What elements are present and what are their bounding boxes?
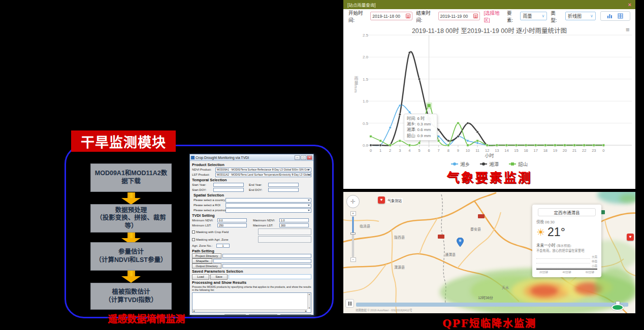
maximize-button[interactable]: □ [301,155,306,160]
road-shield [478,214,485,218]
flow-step-text: 参量估计 [118,248,144,256]
start-year-input[interactable] [213,183,244,187]
calendar-icon[interactable] [406,14,410,18]
max-lst-input[interactable]: 300 [279,223,309,227]
end-year-input[interactable] [268,183,299,187]
y-axis-label: 雨量mm [353,76,359,93]
end-doy-label: End DOY: [249,188,267,191]
end-time-value: 2019-11-19 00 [440,14,473,19]
flow-step-tvdi: 植被指数估计 （计算TVDI指数） [90,283,172,310]
select-region-link[interactable]: [选择地区] [484,9,503,23]
close-button[interactable]: × [307,155,312,160]
app-body: Product Selection NDVI Product: MOD09A1 … [190,161,313,315]
precip-tick: 20分钟 [539,270,548,274]
vertical-scrollbar[interactable]: ▲▼ [307,293,311,309]
zoom-handle[interactable] [350,233,356,235]
minimize-button[interactable]: – [295,155,300,160]
map-label: 秦安县 [470,226,481,232]
shapefile-field[interactable] [213,259,311,263]
results-list[interactable]: ▲▼ ◀▶ [192,292,311,313]
pause-button[interactable] [345,299,354,308]
chart-legend: 湘乡 湘潭 韶山 [343,160,635,168]
province-dropdown[interactable] [226,208,311,213]
zoom-track[interactable] [352,216,354,257]
save-button[interactable]: Save [210,274,228,280]
agri-zone-no-label: Agri. Zone No.: [192,244,215,247]
max-ndvi-input[interactable]: 1.0 [279,218,309,222]
lst-product-dropdown[interactable]: MOD11A2 - MODIS/Terra Land Surface Tempe… [215,173,311,177]
lst-product-label: LST Product: [192,173,214,176]
weather-location-button[interactable]: 定西市通渭县 [538,208,596,216]
min-lst-input[interactable]: 250 [217,223,247,227]
zoom-out-button[interactable]: − [350,257,356,262]
poi-marker-icon[interactable]: ♥ [627,234,634,241]
weather-card: 定西市通渭县 傍晚 06:30 ☀ 21° 未来一小时 (降水预报) 不会有雨，… [532,205,601,277]
legend-item[interactable]: 湘潭 [480,160,499,168]
table-icon[interactable] [618,13,623,19]
output-directory-button[interactable]: Output Directory [192,263,221,269]
legend-label: 湘潭 [489,160,499,168]
project-directory-button[interactable]: Project Directory [192,253,221,258]
zoom-slider[interactable]: + − [349,211,357,262]
module-title: 干旱监测模块 [71,130,176,152]
legend-item[interactable]: 湘乡 [451,160,470,168]
forecast-subtitle: (降水预报) [557,244,571,247]
x-axis-label: 小时 [343,152,635,159]
end-time-input[interactable]: 2019-11-19 00 [438,12,480,20]
roi-dropdown[interactable] [226,203,311,208]
road-shield [438,235,444,239]
playback-timeline[interactable] [356,303,628,307]
type-label: 类 型: [551,9,562,23]
station-poi-button[interactable]: ♥ [378,196,385,204]
app-titlebar: Crop Drought Monitoring via TVDI – □ × [190,154,313,161]
query-buttons[interactable] [600,11,630,21]
map-label: 陇西县 [394,235,405,240]
min-ndvi-input[interactable]: 0.0 [217,218,247,222]
ndvi-product-dropdown[interactable]: MOD09A1 - MODIS/Terra Surface Reflectanc… [215,168,311,172]
zoom-in-button[interactable]: + [350,211,356,216]
end-doy-input[interactable] [268,188,299,192]
legend-marker [509,163,516,164]
close-icon[interactable]: × [628,2,631,8]
section-temporal-selection: Temporal Selection [192,178,311,182]
max-lst-label: Maximum LST: [253,224,278,227]
element-label: 要素: [507,9,517,23]
agri-zone-checkbox[interactable] [192,238,195,241]
rainfall-query-window: [站点雨量查询] × 开始时间: 2019-11-18 00 结束时间: 201… [343,0,635,189]
saved-params-field[interactable] [229,274,311,279]
load-button[interactable]: Load [192,274,209,280]
qpf-caption: QPF短临降水监测 [343,315,635,330]
agri-zone-panel [258,236,311,243]
crop-field-checkbox[interactable] [192,230,195,234]
start-time-input[interactable]: 2019-11-18 00 [370,12,412,20]
location-pin-icon[interactable] [457,238,464,247]
agri-zone-no-input[interactable]: 1 [216,244,230,248]
app-icon [191,156,195,159]
weather-time: 傍晚 06:30 [536,219,597,224]
bar-chart-icon[interactable] [607,13,613,19]
crop-field-panel [258,228,311,235]
legend-marker [480,163,487,164]
project-directory-field[interactable] [222,254,311,258]
precip-level: 大雨 [592,255,597,259]
country-dropdown[interactable] [226,198,311,203]
horizontal-scrollbar[interactable]: ◀▶ [192,309,307,312]
flow-step-text: （计算NDVI和LST参量） [95,256,167,265]
map-attribution: 地图数据 © 2019 AutoNavi - GS(2019)6412号 [356,308,412,312]
legend-item[interactable]: 韶山 [509,160,528,168]
element-dropdown[interactable]: 雨量 ∨ [520,12,547,20]
svg-text:1.5: 1.5 [363,77,369,82]
start-doy-input[interactable] [213,188,244,192]
download-button[interactable]: Download [224,314,246,315]
shapefile-button[interactable]: Shapefile [192,258,212,263]
slide-canvas: 干旱监测模块 MOD09A1和MOD11A2数据下载 数据预处理 （投影变换、拼… [0,0,644,330]
tvdi-estimation-button[interactable]: TVDI Estimation [280,314,311,315]
compass-control[interactable]: ✛ [346,195,360,208]
type-dropdown[interactable]: 折线图 ∨ [565,12,596,20]
min-ndvi-label: Minimum NDVI: [192,219,216,222]
qpf-map[interactable]: 临洮县 陇西县 渭源县 通渭县 秦安县 天水 ✛ + − ♥ 气象测站 ♥ 定西… [343,192,635,313]
calendar-icon[interactable] [473,14,478,18]
map-label: 临洮县 [360,223,370,228]
preprocessing-button[interactable]: Preprocessing [249,314,277,315]
output-directory-field[interactable] [222,264,311,268]
